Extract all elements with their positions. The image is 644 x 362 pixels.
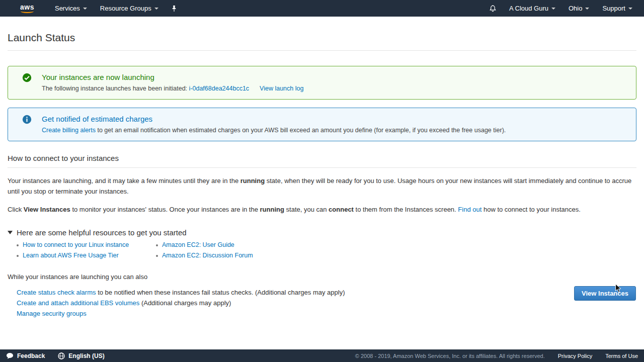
support-menu[interactable]: Support — [596, 0, 639, 17]
info-alert-body: Create billing alerts to get an email no… — [42, 127, 506, 134]
p2-bold-view-instances: View Instances — [24, 206, 70, 213]
find-out-link[interactable]: Find out — [458, 206, 481, 213]
footer-bar: Feedback English (US) © 2008 - 2019, Ama… — [0, 349, 644, 362]
aws-logo-text: aws — [20, 4, 34, 10]
chevron-down-icon — [628, 8, 632, 10]
collapse-caret-icon — [8, 231, 13, 234]
bell-icon — [489, 5, 497, 13]
connect-section-heading: How to connect to your instances — [8, 154, 636, 162]
copyright-text: © 2008 - 2019, Amazon Web Services, Inc.… — [355, 353, 545, 359]
create-billing-alerts-link[interactable]: Create billing alerts — [42, 127, 96, 134]
resource-groups-menu[interactable]: Resource Groups — [94, 0, 165, 17]
success-alert-content: Your instances are now launching The fol… — [42, 72, 303, 92]
success-alert-title: Your instances are now launching — [42, 72, 303, 82]
page-content: Launch Status Your instances are now lau… — [0, 32, 644, 319]
create-ebs-volumes-link[interactable]: Create and attach additional EBS volumes — [17, 299, 139, 307]
info-icon — [22, 115, 32, 124]
support-menu-label: Support — [602, 5, 625, 12]
list-item: Create and attach additional EBS volumes… — [17, 298, 636, 308]
list-item: Amazon EC2: Discussion Forum — [156, 252, 636, 259]
page-title: Launch Status — [8, 32, 636, 44]
while-launching-intro: While your instances are launching you c… — [8, 273, 636, 281]
success-alert-body: The following instance launches have bee… — [42, 85, 303, 92]
chevron-down-icon — [154, 8, 158, 10]
services-menu-label: Services — [55, 5, 80, 12]
list-item: Create status check alarms to be notifie… — [17, 287, 636, 298]
bullet-icon — [156, 255, 158, 257]
p2-text: to them from the Instances screen. — [354, 206, 458, 213]
info-body-text: to get an email notification when estima… — [96, 127, 506, 134]
p2-text: state, you can — [284, 206, 329, 213]
while-launching-actions: Create status check alarms to be notifie… — [17, 287, 636, 319]
info-alert-title: Get notified of estimated charges — [42, 114, 506, 124]
view-launch-log-link[interactable]: View launch log — [260, 85, 303, 92]
connect-paragraph-1: Your instances are launching, and it may… — [8, 175, 636, 197]
success-check-icon — [22, 73, 32, 82]
chevron-down-icon — [585, 8, 589, 10]
p1-bold-running: running — [240, 177, 265, 185]
launch-success-alert: Your instances are now launching The fol… — [8, 66, 636, 100]
p2-text: how to connect to your instances. — [481, 206, 581, 213]
resource-link-free-tier[interactable]: Learn about AWS Free Usage Tier — [23, 252, 119, 259]
chevron-down-icon — [551, 8, 555, 10]
terms-of-use-link[interactable]: Terms of Use — [605, 353, 638, 359]
region-menu[interactable]: Ohio — [562, 0, 596, 17]
create-status-check-alarms-link[interactable]: Create status check alarms — [17, 289, 96, 296]
resources-heading-label: Here are some helpful resources to get y… — [17, 228, 187, 237]
aws-logo[interactable]: aws — [20, 4, 34, 13]
title-divider — [8, 50, 636, 51]
globe-icon — [58, 352, 65, 359]
info-alert-content: Get notified of estimated charges Create… — [42, 114, 506, 134]
action-item-text: to be notified when these instances fail… — [96, 289, 345, 296]
billing-info-alert: Get notified of estimated charges Create… — [8, 108, 636, 141]
footer-right: © 2008 - 2019, Amazon Web Services, Inc.… — [355, 353, 638, 359]
account-menu-label: A Cloud Guru — [509, 5, 548, 12]
privacy-policy-link[interactable]: Privacy Policy — [558, 353, 592, 359]
resources-link-grid: How to connect to your Linux instance Am… — [17, 242, 636, 259]
top-navigation-bar: aws Services Resource Groups A Cloud Gur… — [0, 0, 644, 17]
feedback-bubble-icon — [6, 352, 14, 359]
feedback-label: Feedback — [17, 352, 45, 359]
list-item: Learn about AWS Free Usage Tier — [17, 252, 156, 259]
resource-groups-menu-label: Resource Groups — [100, 5, 151, 12]
resource-link-discussion-forum[interactable]: Amazon EC2: Discussion Forum — [162, 252, 253, 259]
bullet-icon — [17, 255, 19, 257]
view-instances-button[interactable]: View Instances — [574, 286, 636, 301]
bullet-icon — [156, 244, 158, 246]
p2-bold-connect: connect — [329, 206, 354, 213]
manage-security-groups-link[interactable]: Manage security groups — [17, 310, 87, 317]
pin-shortcut-button[interactable] — [165, 0, 183, 17]
notifications-button[interactable] — [483, 0, 503, 17]
resource-link-user-guide[interactable]: Amazon EC2: User Guide — [162, 242, 234, 248]
services-menu[interactable]: Services — [48, 0, 94, 17]
connect-paragraph-2: Click View Instances to monitor your ins… — [8, 204, 636, 215]
instance-id-link[interactable]: i-0daf68dea244bcc1c — [189, 85, 250, 92]
pushpin-icon — [171, 5, 177, 12]
language-selector[interactable]: English (US) — [58, 352, 104, 359]
account-menu[interactable]: A Cloud Guru — [503, 0, 562, 17]
p2-text: Click — [8, 206, 24, 213]
action-item-text: (Additional charges may apply) — [139, 299, 231, 307]
list-item: How to connect to your Linux instance — [17, 242, 156, 248]
list-item: Manage security groups — [17, 308, 636, 319]
footer-left: Feedback English (US) — [6, 352, 105, 359]
chevron-down-icon — [83, 8, 87, 10]
region-menu-label: Ohio — [569, 5, 582, 12]
language-label: English (US) — [68, 352, 104, 359]
resources-collapse-header[interactable]: Here are some helpful resources to get y… — [8, 228, 636, 237]
bullet-icon — [17, 244, 19, 246]
p2-bold-running: running — [260, 206, 284, 213]
p1-text: Your instances are launching, and it may… — [8, 177, 240, 185]
aws-smile-icon — [21, 10, 34, 13]
section-divider — [8, 167, 636, 168]
feedback-button[interactable]: Feedback — [6, 352, 45, 359]
resource-link-linux-instance[interactable]: How to connect to your Linux instance — [23, 242, 129, 248]
top-nav-right: A Cloud Guru Ohio Support — [483, 0, 639, 17]
success-body-text: The following instance launches have bee… — [42, 85, 189, 92]
list-item: Amazon EC2: User Guide — [156, 242, 636, 248]
p2-text: to monitor your instances' status. Once … — [70, 206, 260, 213]
